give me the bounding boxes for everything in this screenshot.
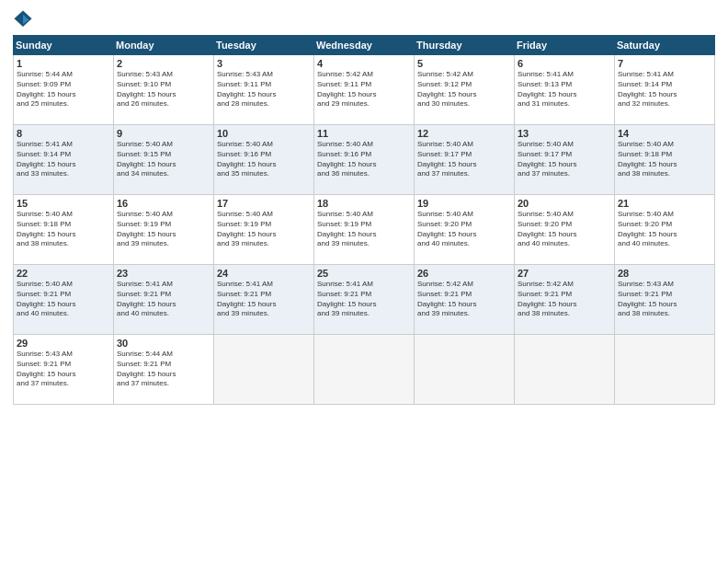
day-info: Sunrise: 5:40 AM Sunset: 9:20 PM Dayligh… bbox=[618, 210, 711, 249]
day-cell bbox=[515, 335, 615, 405]
day-number: 26 bbox=[417, 268, 511, 279]
day-number: 16 bbox=[117, 198, 210, 209]
day-cell: 15Sunrise: 5:40 AM Sunset: 9:18 PM Dayli… bbox=[14, 195, 114, 265]
day-cell: 26Sunrise: 5:42 AM Sunset: 9:21 PM Dayli… bbox=[415, 265, 515, 335]
day-number: 24 bbox=[217, 268, 311, 279]
day-info: Sunrise: 5:40 AM Sunset: 9:19 PM Dayligh… bbox=[117, 210, 210, 249]
col-header-wednesday: Wednesday bbox=[314, 36, 415, 55]
day-number: 14 bbox=[618, 128, 711, 139]
day-number: 13 bbox=[518, 128, 611, 139]
day-cell: 3Sunrise: 5:43 AM Sunset: 9:11 PM Daylig… bbox=[214, 55, 314, 125]
day-cell: 10Sunrise: 5:40 AM Sunset: 9:16 PM Dayli… bbox=[214, 125, 314, 195]
day-number: 7 bbox=[618, 58, 711, 69]
day-cell: 13Sunrise: 5:40 AM Sunset: 9:17 PM Dayli… bbox=[515, 125, 615, 195]
col-header-friday: Friday bbox=[515, 36, 615, 55]
day-cell: 2Sunrise: 5:43 AM Sunset: 9:10 PM Daylig… bbox=[114, 55, 214, 125]
day-cell: 24Sunrise: 5:41 AM Sunset: 9:21 PM Dayli… bbox=[214, 265, 314, 335]
day-info: Sunrise: 5:41 AM Sunset: 9:21 PM Dayligh… bbox=[217, 280, 311, 319]
day-number: 22 bbox=[17, 268, 110, 279]
day-number: 17 bbox=[217, 198, 311, 209]
day-cell bbox=[615, 335, 715, 405]
day-cell: 8Sunrise: 5:41 AM Sunset: 9:14 PM Daylig… bbox=[14, 125, 114, 195]
day-number: 25 bbox=[317, 268, 411, 279]
day-cell: 25Sunrise: 5:41 AM Sunset: 9:21 PM Dayli… bbox=[314, 265, 415, 335]
day-cell bbox=[214, 335, 314, 405]
day-cell: 23Sunrise: 5:41 AM Sunset: 9:21 PM Dayli… bbox=[114, 265, 214, 335]
day-cell bbox=[314, 335, 415, 405]
day-info: Sunrise: 5:40 AM Sunset: 9:17 PM Dayligh… bbox=[417, 140, 511, 179]
day-cell: 5Sunrise: 5:42 AM Sunset: 9:12 PM Daylig… bbox=[415, 55, 515, 125]
day-info: Sunrise: 5:41 AM Sunset: 9:21 PM Dayligh… bbox=[317, 280, 411, 319]
page: SundayMondayTuesdayWednesdayThursdayFrid… bbox=[0, 0, 728, 563]
day-number: 23 bbox=[117, 268, 210, 279]
day-cell: 20Sunrise: 5:40 AM Sunset: 9:20 PM Dayli… bbox=[515, 195, 615, 265]
day-cell: 29Sunrise: 5:43 AM Sunset: 9:21 PM Dayli… bbox=[14, 335, 114, 405]
day-cell: 19Sunrise: 5:40 AM Sunset: 9:20 PM Dayli… bbox=[415, 195, 515, 265]
day-info: Sunrise: 5:42 AM Sunset: 9:21 PM Dayligh… bbox=[417, 280, 511, 319]
day-cell bbox=[415, 335, 515, 405]
day-cell: 17Sunrise: 5:40 AM Sunset: 9:19 PM Dayli… bbox=[214, 195, 314, 265]
day-number: 10 bbox=[217, 128, 311, 139]
day-info: Sunrise: 5:40 AM Sunset: 9:19 PM Dayligh… bbox=[317, 210, 411, 249]
day-cell: 4Sunrise: 5:42 AM Sunset: 9:11 PM Daylig… bbox=[314, 55, 415, 125]
col-header-monday: Monday bbox=[114, 36, 214, 55]
logo-icon bbox=[13, 9, 33, 29]
day-info: Sunrise: 5:40 AM Sunset: 9:15 PM Dayligh… bbox=[117, 140, 210, 179]
day-info: Sunrise: 5:41 AM Sunset: 9:21 PM Dayligh… bbox=[117, 280, 210, 319]
week-row-5: 29Sunrise: 5:43 AM Sunset: 9:21 PM Dayli… bbox=[14, 335, 715, 405]
day-cell: 9Sunrise: 5:40 AM Sunset: 9:15 PM Daylig… bbox=[114, 125, 214, 195]
day-info: Sunrise: 5:40 AM Sunset: 9:19 PM Dayligh… bbox=[217, 210, 311, 249]
day-info: Sunrise: 5:40 AM Sunset: 9:16 PM Dayligh… bbox=[217, 140, 311, 179]
col-header-saturday: Saturday bbox=[615, 36, 715, 55]
day-info: Sunrise: 5:43 AM Sunset: 9:10 PM Dayligh… bbox=[117, 70, 210, 109]
day-cell: 6Sunrise: 5:41 AM Sunset: 9:13 PM Daylig… bbox=[515, 55, 615, 125]
day-cell: 1Sunrise: 5:44 AM Sunset: 9:09 PM Daylig… bbox=[14, 55, 114, 125]
day-info: Sunrise: 5:42 AM Sunset: 9:21 PM Dayligh… bbox=[518, 280, 611, 319]
day-number: 6 bbox=[518, 58, 611, 69]
day-info: Sunrise: 5:44 AM Sunset: 9:09 PM Dayligh… bbox=[17, 70, 110, 109]
day-number: 11 bbox=[317, 128, 411, 139]
day-number: 2 bbox=[117, 58, 210, 69]
day-cell: 7Sunrise: 5:41 AM Sunset: 9:14 PM Daylig… bbox=[615, 55, 715, 125]
day-cell: 30Sunrise: 5:44 AM Sunset: 9:21 PM Dayli… bbox=[114, 335, 214, 405]
day-number: 29 bbox=[17, 338, 110, 349]
day-info: Sunrise: 5:40 AM Sunset: 9:20 PM Dayligh… bbox=[518, 210, 611, 249]
day-number: 1 bbox=[17, 58, 110, 69]
day-info: Sunrise: 5:40 AM Sunset: 9:18 PM Dayligh… bbox=[17, 210, 110, 249]
calendar-table: SundayMondayTuesdayWednesdayThursdayFrid… bbox=[13, 35, 715, 405]
header-row: SundayMondayTuesdayWednesdayThursdayFrid… bbox=[14, 36, 715, 55]
day-cell: 12Sunrise: 5:40 AM Sunset: 9:17 PM Dayli… bbox=[415, 125, 515, 195]
day-info: Sunrise: 5:40 AM Sunset: 9:16 PM Dayligh… bbox=[317, 140, 411, 179]
day-info: Sunrise: 5:41 AM Sunset: 9:14 PM Dayligh… bbox=[618, 70, 711, 109]
day-info: Sunrise: 5:40 AM Sunset: 9:21 PM Dayligh… bbox=[17, 280, 110, 319]
day-cell: 28Sunrise: 5:43 AM Sunset: 9:21 PM Dayli… bbox=[615, 265, 715, 335]
day-info: Sunrise: 5:43 AM Sunset: 9:21 PM Dayligh… bbox=[618, 280, 711, 319]
day-info: Sunrise: 5:43 AM Sunset: 9:21 PM Dayligh… bbox=[17, 350, 110, 389]
day-number: 12 bbox=[417, 128, 511, 139]
day-info: Sunrise: 5:44 AM Sunset: 9:21 PM Dayligh… bbox=[117, 350, 210, 389]
day-number: 28 bbox=[618, 268, 711, 279]
day-cell: 14Sunrise: 5:40 AM Sunset: 9:18 PM Dayli… bbox=[615, 125, 715, 195]
week-row-3: 15Sunrise: 5:40 AM Sunset: 9:18 PM Dayli… bbox=[14, 195, 715, 265]
day-info: Sunrise: 5:42 AM Sunset: 9:11 PM Dayligh… bbox=[317, 70, 411, 109]
header bbox=[13, 9, 715, 29]
day-info: Sunrise: 5:40 AM Sunset: 9:20 PM Dayligh… bbox=[417, 210, 511, 249]
day-number: 15 bbox=[17, 198, 110, 209]
day-number: 18 bbox=[317, 198, 411, 209]
week-row-4: 22Sunrise: 5:40 AM Sunset: 9:21 PM Dayli… bbox=[14, 265, 715, 335]
col-header-sunday: Sunday bbox=[14, 36, 114, 55]
week-row-1: 1Sunrise: 5:44 AM Sunset: 9:09 PM Daylig… bbox=[14, 55, 715, 125]
col-header-tuesday: Tuesday bbox=[214, 36, 314, 55]
week-row-2: 8Sunrise: 5:41 AM Sunset: 9:14 PM Daylig… bbox=[14, 125, 715, 195]
day-number: 4 bbox=[317, 58, 411, 69]
day-number: 20 bbox=[518, 198, 611, 209]
day-cell: 21Sunrise: 5:40 AM Sunset: 9:20 PM Dayli… bbox=[615, 195, 715, 265]
day-number: 27 bbox=[518, 268, 611, 279]
day-info: Sunrise: 5:41 AM Sunset: 9:13 PM Dayligh… bbox=[518, 70, 611, 109]
day-number: 5 bbox=[417, 58, 511, 69]
day-cell: 27Sunrise: 5:42 AM Sunset: 9:21 PM Dayli… bbox=[515, 265, 615, 335]
day-info: Sunrise: 5:40 AM Sunset: 9:17 PM Dayligh… bbox=[518, 140, 611, 179]
day-cell: 18Sunrise: 5:40 AM Sunset: 9:19 PM Dayli… bbox=[314, 195, 415, 265]
day-cell: 22Sunrise: 5:40 AM Sunset: 9:21 PM Dayli… bbox=[14, 265, 114, 335]
col-header-thursday: Thursday bbox=[415, 36, 515, 55]
